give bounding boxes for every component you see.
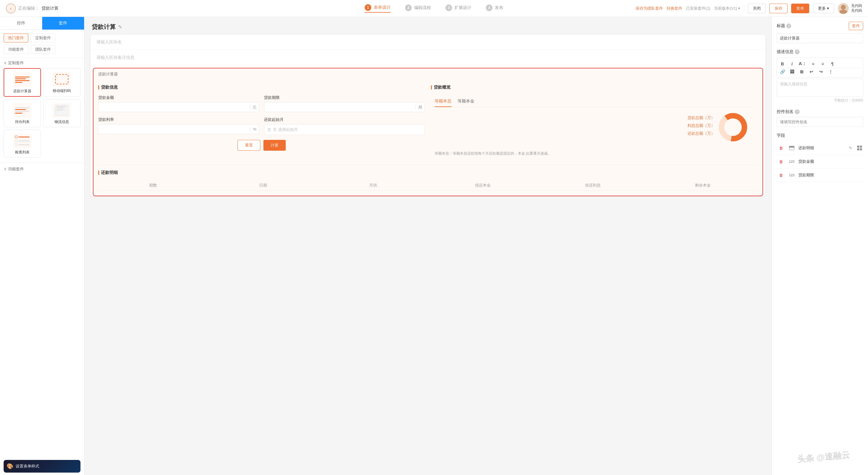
editing-title: 贷款计算 [41,6,59,11]
term-input[interactable] [264,102,415,112]
field-icon-delete-amount: 🗑 [777,157,785,166]
field-actions-repay: ✎ [847,145,863,152]
control-name-help-icon[interactable]: ? [795,109,800,114]
block-name-placeholder[interactable]: 请输入区块名 [90,35,766,50]
field-type-icon-table [787,144,796,152]
close-button[interactable]: 关闭 [748,4,766,13]
image-button[interactable]: 🖼 [789,69,795,74]
number-type-icon-amount: 123 [789,160,795,163]
save-as-kit-link[interactable]: 保存为团队套件 [636,6,663,11]
category-buttons: 热门套件 定制套件 功能套件 团队套件 [0,30,84,58]
step-nav: 1 表单设计 2 编辑流程 3 扩展设计 4 发布 [365,4,503,13]
delete-icon-term[interactable]: 🗑 [779,173,783,178]
loan-note: 等额本息：等额本息还款指每个月还款额是固定的，本金 比重逐月递减。 [435,151,754,156]
align-left-button[interactable]: ≡ [810,62,816,66]
widget-repay-calc[interactable]: 还款计算器 [4,68,41,97]
left-tab-bar: 控件 套件 [0,17,84,30]
loan-summary: 贷款总额（万） 利息总额（万） 还款总额（万） [687,115,715,136]
table-insert-button[interactable]: ⊞ [799,69,805,74]
top-bar-left: ‹ 正在编辑： 贷款计算 [6,4,66,13]
calc-widget: 还款计算器 贷款信息 贷款金额 元 [93,68,763,196]
loan-tab-equal-principal[interactable]: 等额本金 [458,99,474,107]
cat-custom[interactable]: 定制套件 [31,33,56,42]
loan-tab-equal-interest[interactable]: 等额本息 [435,99,452,107]
svg-point-1 [839,10,847,14]
widget-checklist[interactable]: 检查列表 [4,130,41,158]
field-row-term: 🗑 123 贷款期限 [777,168,863,182]
col-interest: 偿还利息 [538,183,648,188]
edit-field-repay-button[interactable]: ✎ [847,145,854,152]
widget-grid: 还款计算器 移动端扫码 待办列表 [0,68,84,161]
cat-func[interactable]: 功能套件 [4,45,28,54]
paragraph-button[interactable]: ¶ [830,62,835,66]
amount-suffix: 元 [250,104,259,110]
calc-button[interactable]: 计算 [264,140,286,151]
widget-mobile-scan-icon [53,72,71,87]
step-4-label: 发布 [495,5,503,10]
calc-field-start: 还款起始月 🗓 🗓 选择起始月 [264,117,425,135]
block-note-placeholder[interactable]: 请输入区块备注信息 [90,50,766,65]
back-button[interactable]: ‹ [6,4,16,13]
start-date-input[interactable]: 🗓 🗓 选择起始月 [264,124,425,135]
link-button[interactable]: 🔗 [779,69,785,74]
field-row-amount: 🗑 123 贷款金额 [777,155,863,168]
kit-button[interactable]: 套件 [849,22,863,30]
calc-field-amount: 贷款金额 元 [98,95,259,112]
more-button[interactable]: 更多 ▾ [813,4,834,13]
desc-help-icon[interactable]: ? [795,50,800,54]
italic-button[interactable]: i [789,62,795,66]
field-icon-table: 🗑 [777,144,785,152]
more-format-button[interactable]: ⋮ [828,69,834,74]
redo-button[interactable]: ↪ [818,69,824,74]
calc-field-rate: 贷款利率 % [98,117,259,135]
tab-kits[interactable]: 套件 [42,17,84,30]
save-button[interactable]: 保存 [770,4,787,13]
widget-logistics-icon [53,103,71,118]
rate-input[interactable] [98,124,250,134]
step-1[interactable]: 1 表单设计 [365,4,391,13]
action-links: 保存为团队套件 转换套件 已安装套件(1) 当前版本(V1) ▾ [636,6,740,11]
repay-title: 还款明细 [98,170,758,176]
delete-icon-amount[interactable]: 🗑 [779,159,783,164]
desc-textarea[interactable]: 请输入描述信息 [777,79,863,97]
convert-kit-link[interactable]: 转换套件 [667,6,682,11]
amount-input[interactable] [98,102,250,112]
publish-button[interactable]: 发布 [791,4,809,13]
grid-field-repay-button[interactable] [856,145,863,152]
term-suffix: 期 [415,104,425,110]
col-date: 日期 [208,183,318,188]
control-name-input[interactable] [777,117,863,127]
title-input[interactable] [777,33,863,43]
font-size-button[interactable]: A： [799,61,807,67]
section-custom-header: ∨ 定制套件 [0,58,84,68]
bold-button[interactable]: B [779,62,785,66]
col-monthly: 月供 [318,183,428,188]
form-title-edit-icon[interactable]: ✎ [118,24,122,30]
reset-button[interactable]: 重置 [238,140,260,151]
step-2[interactable]: 2 编辑流程 [405,4,431,12]
set-style-button[interactable]: 🎨 设置表单样式 [4,460,81,473]
fields-title: 字段 [777,133,863,138]
cat-team[interactable]: 团队套件 [31,45,56,54]
title-section: 标题 ? 套件 [777,22,863,43]
widget-todo[interactable]: 待办列表 [4,99,41,127]
user-info: 无代码 无代码 [851,4,862,13]
widget-logistics[interactable]: 物流信息 [43,99,81,127]
align-center-button[interactable]: ≡ [820,62,826,66]
widget-mobile-scan[interactable]: 移动端扫码 [43,68,81,97]
tab-controls[interactable]: 控件 [0,17,42,30]
step-3[interactable]: 3 扩展设计 [445,4,471,12]
step-4[interactable]: 4 发布 [486,4,503,12]
installed-kit-link[interactable]: 已安装套件(1) [686,6,710,11]
cat-hot[interactable]: 热门套件 [4,33,28,42]
title-help-icon[interactable]: ? [786,24,791,28]
calc-inner: 贷款信息 贷款金额 元 贷款期限 [93,80,763,165]
widget-todo-icon [13,103,31,118]
calc-row-rate-start: 贷款利率 % 还款起始月 🗓 🗓 选择起始月 [98,117,425,135]
total-loan-item: 贷款总额（万） [687,115,715,121]
current-version-link[interactable]: 当前版本(V1) ▾ [714,6,740,11]
editor-toolbar: B i A： ≡ ≡ ¶ 🔗 🖼 ⊞ ↩ ↪ ⋮ [777,58,863,77]
undo-button[interactable]: ↩ [808,69,814,74]
delete-icon-repay[interactable]: 🗑 [779,146,783,150]
step-1-num: 1 [365,4,371,11]
